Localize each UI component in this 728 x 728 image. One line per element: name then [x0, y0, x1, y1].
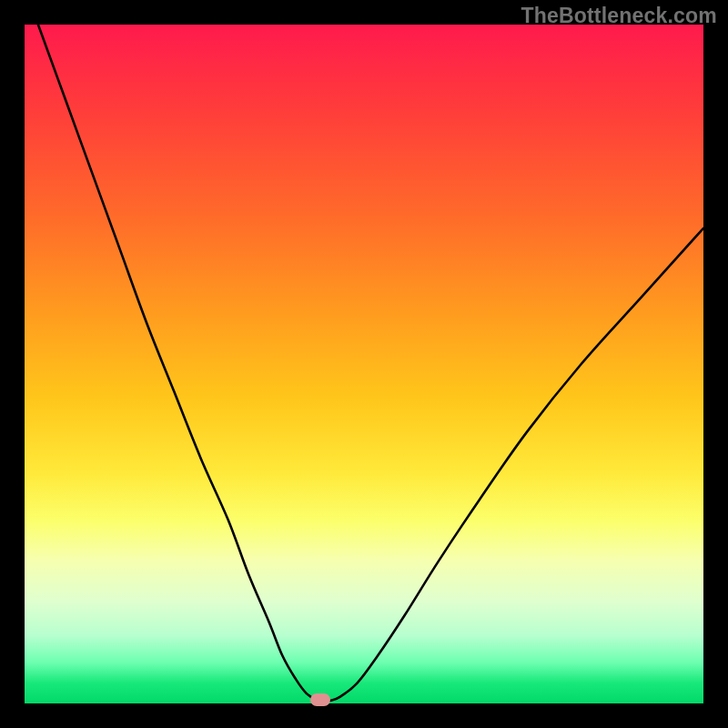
curve-svg	[25, 25, 703, 703]
outer-frame: TheBottleneck.com	[0, 0, 728, 728]
watermark-text: TheBottleneck.com	[521, 4, 717, 28]
bottleneck-curve	[38, 25, 703, 702]
optimum-marker	[310, 693, 330, 706]
